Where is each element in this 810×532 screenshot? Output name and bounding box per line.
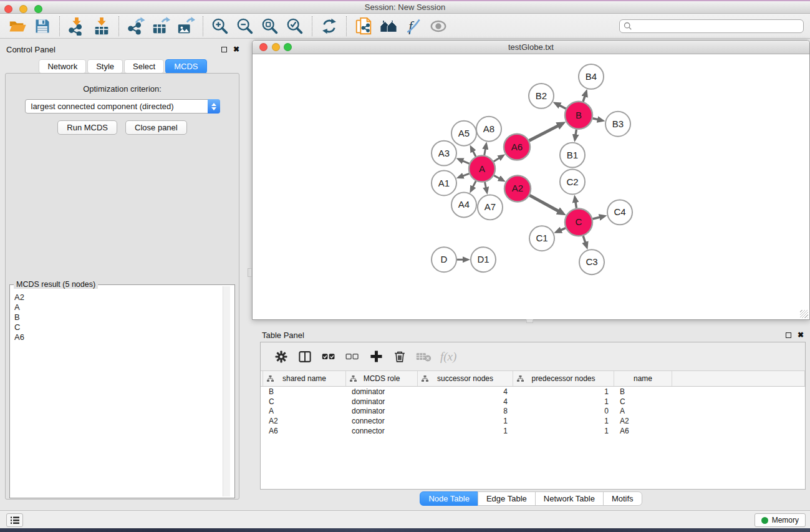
svg-text:A3: A3: [438, 148, 450, 158]
minimize-window-button[interactable]: [19, 5, 27, 13]
column-type-icon: [422, 375, 428, 382]
create-column-icon[interactable]: [368, 349, 384, 365]
svg-text:B1: B1: [567, 150, 578, 160]
select-all-columns-icon[interactable]: [321, 349, 337, 365]
home-icon[interactable]: [378, 16, 399, 37]
tab-node-table[interactable]: Node Table: [420, 491, 478, 506]
export-table-icon[interactable]: [150, 16, 171, 37]
minimize-network-window-button[interactable]: [272, 43, 280, 51]
column-header-name[interactable]: name: [614, 371, 672, 386]
result-item[interactable]: A6: [14, 332, 229, 342]
column-header-shared-name[interactable]: shared name: [263, 371, 346, 386]
memory-status-icon: [761, 517, 768, 524]
open-session-icon[interactable]: [7, 16, 28, 37]
deselect-all-columns-icon[interactable]: [344, 349, 360, 365]
zoom-out-icon[interactable]: [234, 16, 256, 37]
memory-button[interactable]: Memory: [755, 513, 806, 527]
float-panel-icon[interactable]: [221, 47, 227, 52]
show-log-button[interactable]: [6, 513, 23, 527]
close-panel-icon[interactable]: ✖: [233, 46, 239, 52]
close-network-window-button[interactable]: [259, 43, 268, 51]
save-session-icon[interactable]: [32, 16, 53, 37]
window-controls: [4, 5, 42, 13]
mcds-result-list[interactable]: A2 A B C A6: [10, 285, 234, 342]
show-columns-icon[interactable]: [297, 349, 313, 365]
delete-columns-icon[interactable]: [392, 349, 408, 365]
vertical-splitter-handle[interactable]: [248, 268, 252, 277]
show-hide-icon[interactable]: [428, 16, 449, 37]
criterion-value: largest connected component (directed): [31, 102, 174, 111]
export-image-icon[interactable]: [175, 16, 196, 37]
zoom-selected-icon[interactable]: [284, 16, 306, 37]
table-panel: Table Panel ✖: [252, 324, 810, 510]
tab-mcds[interactable]: MCDS: [165, 59, 206, 74]
import-network-icon[interactable]: [66, 16, 87, 37]
svg-text:C4: C4: [614, 206, 625, 217]
app-title: Session: New Session: [0, 1, 810, 13]
tab-edge-table[interactable]: Edge Table: [478, 491, 536, 506]
svg-text:A8: A8: [483, 123, 494, 134]
network-canvas[interactable]: AA1A2A3A4A5A6A7A8BB1B2B3B4CC1C2C3C4DD1: [253, 54, 809, 319]
column-header-successor-nodes[interactable]: successor nodes: [418, 371, 513, 386]
tab-network-table[interactable]: Network Table: [535, 491, 604, 506]
network-window-titlebar[interactable]: testGlobe.txt: [253, 41, 809, 54]
svg-text:D: D: [441, 254, 448, 264]
delete-table-icon-disabled: [415, 349, 432, 365]
svg-text:B: B: [576, 110, 582, 120]
toolbar-separator: [59, 16, 60, 36]
clone-network-icon[interactable]: [353, 16, 374, 37]
result-scrollbar[interactable]: [223, 286, 230, 496]
tab-select[interactable]: Select: [124, 59, 164, 74]
mcds-result-title: MCDS result (5 nodes): [14, 280, 98, 289]
close-table-panel-icon[interactable]: ✖: [798, 332, 804, 338]
table-row[interactable]: A dominator 8 0 A: [261, 406, 805, 416]
close-panel-button[interactable]: Close panel: [125, 120, 187, 135]
table-row[interactable]: A6 connector 1 1 A6: [261, 426, 805, 436]
svg-text:A5: A5: [458, 128, 470, 138]
table-row[interactable]: B dominator 4 1 B: [261, 387, 805, 397]
svg-text:B3: B3: [612, 118, 624, 129]
search-box[interactable]: [619, 19, 804, 33]
result-item[interactable]: A: [14, 302, 229, 312]
app-titlebar: Session: New Session: [0, 0, 810, 14]
refresh-layout-icon[interactable]: [319, 16, 340, 37]
run-mcds-button[interactable]: Run MCDS: [57, 120, 117, 135]
export-network-icon[interactable]: [125, 16, 147, 37]
svg-text:C3: C3: [586, 256, 597, 267]
horizontal-splitter-handle[interactable]: [526, 319, 533, 323]
svg-text:A2: A2: [512, 183, 523, 193]
table-row[interactable]: A2 connector 1 1 A2: [261, 416, 805, 426]
search-input[interactable]: [635, 22, 799, 31]
table-panel-title: Table Panel: [262, 331, 304, 340]
result-item[interactable]: B: [14, 312, 229, 322]
zoom-window-button[interactable]: [34, 5, 42, 13]
status-bar: Memory: [0, 510, 810, 528]
tab-motifs[interactable]: Motifs: [603, 491, 642, 506]
control-panel: Control Panel ✖ Network Style Select MCD…: [0, 39, 246, 510]
tab-style[interactable]: Style: [87, 59, 123, 74]
svg-text:A4: A4: [458, 199, 470, 210]
result-item[interactable]: C: [14, 322, 229, 332]
node-table-container: f(x) shared name MCDS role successor nod…: [260, 342, 806, 490]
table-settings-gear-icon[interactable]: [273, 349, 289, 365]
close-window-button[interactable]: [4, 5, 12, 13]
table-panel-tabs: Node Table Edge Table Network Table Moti…: [252, 491, 810, 506]
criterion-dropdown[interactable]: largest connected component (directed): [25, 99, 220, 114]
zoom-fit-icon[interactable]: [259, 16, 281, 37]
svg-text:C2: C2: [566, 177, 578, 187]
resize-grip-icon[interactable]: [800, 310, 808, 318]
list-icon: [11, 516, 19, 525]
zoom-in-icon[interactable]: [210, 16, 231, 37]
result-item[interactable]: A2: [14, 293, 229, 302]
column-header-mcds-role[interactable]: MCDS role: [346, 371, 418, 386]
table-row[interactable]: C dominator 4 1 C: [261, 397, 805, 407]
toggle-graphics-details-icon[interactable]: f: [403, 16, 424, 37]
tab-network[interactable]: Network: [39, 59, 86, 74]
dropdown-stepper-icon: [208, 99, 220, 114]
network-graph[interactable]: AA1A2A3A4A5A6A7A8BB1B2B3B4CC1C2C3C4DD1: [253, 54, 809, 319]
column-header-predecessor-nodes[interactable]: predecessor nodes: [513, 371, 614, 386]
float-table-panel-icon[interactable]: [786, 332, 791, 338]
function-builder-icon: f(x): [440, 350, 456, 364]
import-table-icon[interactable]: [91, 16, 112, 37]
zoom-network-window-button[interactable]: [284, 43, 292, 51]
